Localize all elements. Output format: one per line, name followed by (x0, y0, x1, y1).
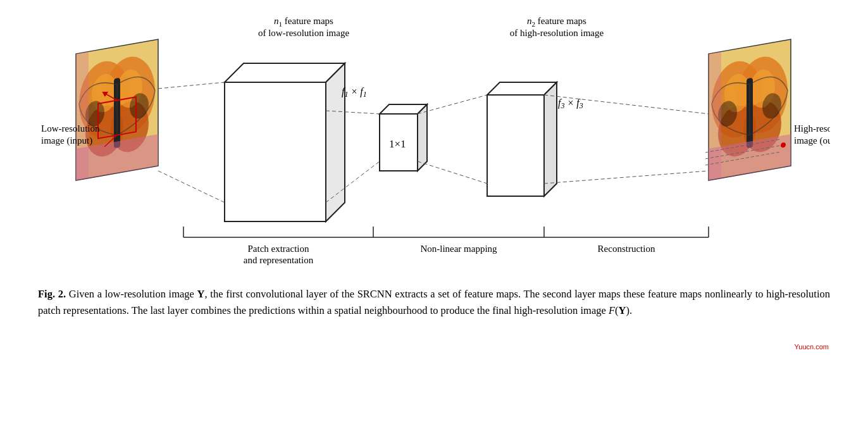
n2-label-res: of high-resolution image (510, 28, 604, 38)
page-container: n1 feature maps of low-resolution image … (0, 0, 868, 436)
caption-close: ). (626, 304, 632, 316)
mid-filter-label: 1×1 (389, 138, 406, 150)
diagram-area: n1 feature maps of low-resolution image … (38, 13, 830, 278)
svg-rect-26 (709, 51, 721, 180)
svg-rect-31 (225, 82, 326, 221)
caption-FY: F (609, 304, 615, 316)
n2-label-n: n2 feature maps (527, 16, 586, 28)
dashed-line-mm-t (418, 95, 487, 114)
caption-area: Fig. 2. Given a low-resolution image Y, … (38, 286, 830, 320)
bracket-label-left: Patch extraction (247, 244, 309, 254)
left-label-line1: Low-resolution (41, 123, 100, 134)
f3-label: f3 × f3 (558, 97, 583, 110)
right-label-line2: image (output) (794, 135, 830, 146)
diagram-svg: n1 feature maps of low-resolution image … (38, 13, 830, 278)
n1-label-n: n1 feature maps (274, 16, 333, 28)
dashed-line-tl (158, 82, 225, 89)
left-label-line2: image (input) (41, 135, 92, 146)
svg-marker-39 (544, 82, 557, 196)
right-label-line1: High-resolution (794, 123, 830, 134)
svg-rect-11 (76, 51, 89, 180)
watermark: Yuucn.com (795, 343, 829, 351)
butterfly-right (705, 39, 791, 181)
small-cube: 1×1 (380, 104, 427, 171)
svg-marker-36 (418, 104, 427, 171)
n1-label-res: of low-resolution image (258, 28, 349, 38)
medium-cube: f3 × f3 (487, 82, 583, 196)
caption-Y: Y (197, 288, 205, 300)
bracket-label-left2: and representation (244, 255, 314, 265)
svg-marker-32 (225, 63, 345, 82)
caption-text1: Given a low-resolution image (69, 288, 197, 300)
caption-Y2: Y (619, 304, 626, 316)
dashed-line-bl (158, 171, 225, 202)
bracket-label-mid: Non-linear mapping (420, 244, 497, 254)
bracket-label-right: Reconstruction (598, 244, 655, 254)
dashed-line-mm-b (418, 161, 487, 184)
fig-label: Fig. 2. (38, 288, 66, 300)
svg-rect-37 (487, 95, 544, 196)
large-cube: f1 × f1 (225, 63, 367, 221)
butterfly-left (76, 39, 158, 180)
dashed-line-mr-b (544, 171, 709, 184)
